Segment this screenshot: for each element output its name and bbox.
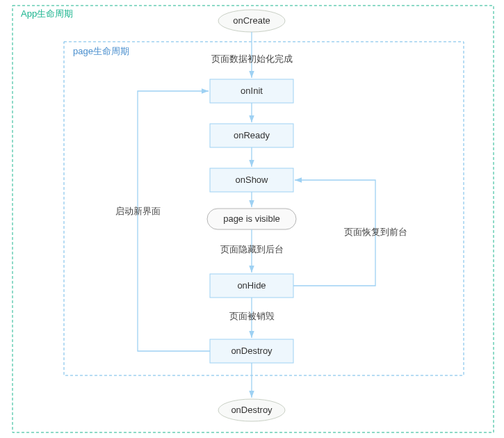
edge-destroy-init-label: 启动新界面 bbox=[115, 206, 161, 216]
node-onHide: onHide bbox=[210, 274, 293, 298]
lifecycle-diagram: App生命周期 page生命周期 onCreate 页面数据初始化完成 onIn… bbox=[0, 0, 504, 438]
node-onInit: onInit bbox=[210, 79, 293, 103]
node-onShow-label: onShow bbox=[236, 175, 269, 185]
app-frame-title: App生命周期 bbox=[21, 8, 73, 19]
node-onReady: onReady bbox=[210, 124, 293, 147]
node-onHide-label: onHide bbox=[237, 280, 266, 291]
node-page-visible-label: page is visible bbox=[223, 213, 280, 224]
node-onDestroy-page-label: onDestroy bbox=[231, 346, 273, 356]
edge-hide-destroy-label: 页面被销毁 bbox=[229, 311, 275, 321]
edge-destroy-init bbox=[138, 91, 210, 351]
node-onDestroy-app: onDestroy bbox=[218, 399, 285, 421]
edge-create-init-label: 页面数据初始化完成 bbox=[211, 54, 293, 64]
node-onReady-label: onReady bbox=[234, 130, 270, 140]
node-onCreate: onCreate bbox=[218, 10, 285, 32]
node-onShow: onShow bbox=[210, 168, 293, 192]
node-onDestroy-page: onDestroy bbox=[210, 339, 293, 363]
page-frame-title: page生命周期 bbox=[73, 46, 129, 56]
edge-visible-hide-label: 页面隐藏到后台 bbox=[220, 245, 284, 254]
node-page-visible: page is visible bbox=[207, 209, 296, 229]
node-onInit-label: onInit bbox=[241, 86, 263, 96]
node-onDestroy-app-label: onDestroy bbox=[231, 405, 273, 415]
node-onCreate-label: onCreate bbox=[233, 15, 270, 26]
edge-hide-show-label: 页面恢复到前台 bbox=[344, 227, 407, 237]
